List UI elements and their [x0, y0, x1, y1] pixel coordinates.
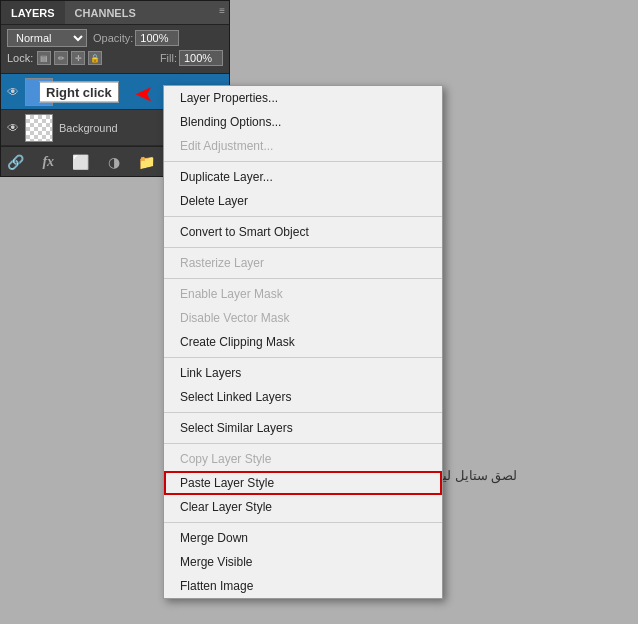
menu-item-disable-vector-mask[interactable]: Disable Vector Mask	[164, 306, 442, 330]
separator-7	[164, 443, 442, 444]
panel-options-button[interactable]: ≡	[219, 5, 225, 16]
layer-visibility-icon[interactable]: 👁	[5, 120, 21, 136]
fill-label: Fill:	[160, 52, 177, 64]
lock-label: Lock:	[7, 52, 33, 64]
link-layers-icon[interactable]: 🔗	[7, 154, 24, 170]
lock-fill-row: Lock: ▤ ✏ ✛ 🔒 Fill:	[7, 50, 223, 66]
separator-8	[164, 522, 442, 523]
add-mask-icon[interactable]: ⬜	[72, 154, 89, 170]
lock-transparent-icon[interactable]: ▤	[37, 51, 51, 65]
opacity-label: Opacity:	[93, 32, 133, 44]
menu-item-clear-layer-style[interactable]: Clear Layer Style	[164, 495, 442, 519]
tab-layers[interactable]: LAYERS	[1, 1, 65, 24]
menu-item-link-layers[interactable]: Link Layers	[164, 361, 442, 385]
menu-item-select-similar-layers[interactable]: Select Similar Layers	[164, 416, 442, 440]
menu-item-create-clipping-mask[interactable]: Create Clipping Mask	[164, 330, 442, 354]
blend-mode-select[interactable]: Normal	[7, 29, 87, 47]
lock-all-icon[interactable]: 🔒	[88, 51, 102, 65]
layer-name-background: Background	[59, 122, 118, 134]
separator-5	[164, 357, 442, 358]
menu-item-enable-layer-mask[interactable]: Enable Layer Mask	[164, 282, 442, 306]
menu-item-merge-visible[interactable]: Merge Visible	[164, 550, 442, 574]
menu-item-paste-layer-style[interactable]: Paste Layer Style	[164, 471, 442, 495]
menu-item-blending-options[interactable]: Blending Options...	[164, 110, 442, 134]
lock-icons: ▤ ✏ ✛ 🔒	[37, 51, 102, 65]
separator-6	[164, 412, 442, 413]
layer-visibility-icon[interactable]: 👁	[5, 84, 21, 100]
fill-input[interactable]	[179, 50, 223, 66]
menu-item-layer-properties[interactable]: Layer Properties...	[164, 86, 442, 110]
thumbnail-background-preview	[26, 115, 52, 141]
lock-position-icon[interactable]: ✛	[71, 51, 85, 65]
arabic-label: لصق ستایل لیر	[436, 468, 517, 483]
panel-controls: Normal Opacity: Lock: ▤ ✏ ✛ 🔒 Fill:	[1, 25, 229, 74]
tab-channels[interactable]: CHANNELS	[65, 1, 146, 24]
fx-icon[interactable]: fx	[42, 154, 54, 170]
adjustment-icon[interactable]: ◑	[108, 154, 120, 170]
new-group-icon[interactable]: 📁	[138, 154, 155, 170]
menu-item-edit-adjustment[interactable]: Edit Adjustment...	[164, 134, 442, 158]
separator-4	[164, 278, 442, 279]
menu-item-flatten-image[interactable]: Flatten Image	[164, 574, 442, 598]
layer-thumbnail-background	[25, 114, 53, 142]
menu-item-duplicate-layer[interactable]: Duplicate Layer...	[164, 165, 442, 189]
menu-item-convert-smart[interactable]: Convert to Smart Object	[164, 220, 442, 244]
opacity-input[interactable]	[135, 30, 179, 46]
menu-item-delete-layer[interactable]: Delete Layer	[164, 189, 442, 213]
menu-item-merge-down[interactable]: Merge Down	[164, 526, 442, 550]
separator-1	[164, 161, 442, 162]
cursor-arrow-icon: ➤	[135, 82, 152, 106]
separator-3	[164, 247, 442, 248]
menu-item-copy-layer-style[interactable]: Copy Layer Style	[164, 447, 442, 471]
menu-item-select-linked-layers[interactable]: Select Linked Layers	[164, 385, 442, 409]
blend-opacity-row: Normal Opacity:	[7, 29, 223, 47]
panel-tabs: LAYERS CHANNELS ≡	[1, 1, 229, 25]
separator-2	[164, 216, 442, 217]
layer-name-right-click: Right click	[39, 81, 119, 102]
lock-paint-icon[interactable]: ✏	[54, 51, 68, 65]
menu-item-rasterize-layer[interactable]: Rasterize Layer	[164, 251, 442, 275]
context-menu: Layer Properties... Blending Options... …	[163, 85, 443, 599]
